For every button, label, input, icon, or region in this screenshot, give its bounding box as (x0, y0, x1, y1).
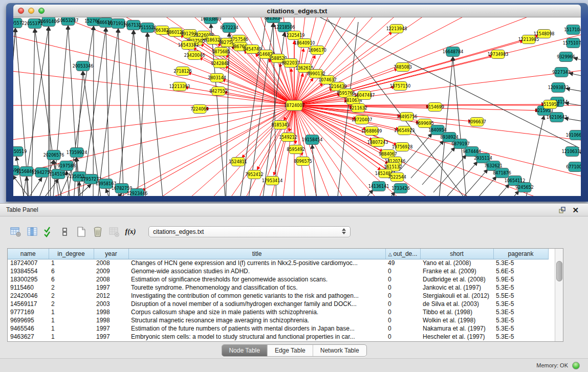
graph-node[interactable]: 18720407 (352, 116, 373, 124)
cell-in_degree[interactable]: 1 (49, 316, 94, 324)
cell-title[interactable]: Structural magnetic resonance image aver… (128, 316, 385, 324)
graph-node[interactable]: 9699695 (416, 119, 434, 128)
graph-node[interactable]: 12093832 (548, 83, 569, 93)
cell-year[interactable]: 2008 (94, 275, 128, 283)
graph-node[interactable]: 14136141 (368, 182, 389, 191)
graph-node[interactable]: 15751074 (563, 38, 581, 48)
cell-name[interactable]: 14569117 (8, 300, 49, 308)
table-row[interactable]: 1456911722003Disruption of a novel membe… (8, 300, 548, 308)
graph-node[interactable]: 7224069 (190, 105, 209, 114)
graph-node[interactable]: 1696170 (308, 46, 326, 55)
cell-pagerank[interactable]: 5.3E-5 (493, 333, 548, 341)
cell-in_degree[interactable]: 6 (49, 275, 94, 283)
cell-pagerank[interactable]: 5.3E-5 (493, 300, 548, 308)
cell-short[interactable]: Hescheler et al. (1997) (420, 333, 493, 341)
column-header-pagerank[interactable]: pagerank (493, 249, 548, 259)
graph-node[interactable]: 9185343 (271, 121, 290, 129)
row-height-icon[interactable] (58, 225, 72, 239)
graph-node[interactable]: 1517104 (564, 25, 581, 35)
graph-node[interactable]: 6771005 (566, 162, 581, 172)
cell-in_degree[interactable]: 6 (49, 267, 94, 275)
graph-node[interactable]: 19734983 (488, 50, 509, 59)
graph-node[interactable]: 1524811 (229, 158, 247, 166)
cell-title[interactable]: Genome-wide association studies in ADHD. (128, 267, 385, 275)
graph-node[interactable]: 20053346 (73, 61, 94, 71)
cell-out_degree[interactable]: 0 (385, 333, 420, 341)
cell-pagerank[interactable]: 5.3E-5 (493, 283, 548, 292)
cell-title[interactable]: Corpus callosum shape and size in male p… (128, 308, 385, 316)
graph-node[interactable]: 9154699 (426, 103, 444, 112)
cell-name[interactable]: 9465546 (8, 324, 49, 333)
cell-name[interactable]: 9463627 (8, 333, 49, 341)
graph-node[interactable]: 9197588 (57, 161, 76, 171)
cell-pagerank[interactable]: 5.5E-5 (493, 292, 548, 300)
table-selector-dropdown[interactable]: citations_edges.txt (148, 226, 351, 237)
cell-pagerank[interactable]: 5.6E-5 (493, 267, 548, 275)
cell-title[interactable]: Estimation of significance thresholds fo… (128, 275, 385, 283)
cell-pagerank[interactable]: 5.3E-5 (493, 259, 548, 267)
cell-title[interactable]: Changes of HCN gene expression and I(f) … (128, 259, 385, 267)
cell-year[interactable]: 1997 (94, 283, 128, 292)
cell-short[interactable]: Wolkin et al. (1998) (420, 316, 493, 324)
table-row[interactable]: 2242004622012Investigating the contribut… (8, 292, 548, 300)
network-graph[interactable]: 2405572205537182069140610653287152760284… (13, 17, 581, 196)
graph-node[interactable]: 1733426 (391, 184, 410, 193)
cell-year[interactable]: 2003 (94, 300, 128, 308)
function-builder-icon[interactable]: f(x) (124, 225, 137, 239)
cell-short[interactable]: Dudbridge et al. (2008) (420, 275, 493, 283)
graph-node[interactable]: 10653287 (58, 17, 79, 26)
cell-name[interactable]: 22420046 (8, 292, 49, 300)
graph-node[interactable]: 1515958 (541, 100, 559, 109)
column-visibility-icon[interactable] (26, 225, 39, 239)
cell-in_degree[interactable]: 1 (49, 308, 94, 316)
graph-node[interactable]: 18757150 (390, 82, 411, 91)
cell-pagerank[interactable]: 5.3E-5 (493, 316, 548, 324)
graph-node[interactable]: 8813054 (264, 17, 282, 23)
column-header-year[interactable]: year (94, 249, 128, 259)
graph-node[interactable]: 8595492 (287, 145, 305, 154)
cell-out_degree[interactable]: 0 (385, 300, 420, 308)
cell-year[interactable]: 2009 (94, 267, 128, 275)
table-row[interactable]: 1938455462009Genome-wide association stu… (8, 267, 548, 275)
graph-node[interactable]: 17359924 (67, 148, 88, 158)
column-header-out_degree[interactable]: △out_de... (385, 249, 420, 259)
cell-in_degree[interactable]: 1 (49, 324, 94, 333)
graph-node[interactable]: 1211632 (349, 104, 367, 113)
graph-node[interactable]: 20206576 (43, 150, 64, 160)
delete-table-icon[interactable] (91, 225, 104, 239)
cell-out_degree[interactable]: 0 (385, 267, 420, 275)
cell-title[interactable]: Investigating the contribution of common… (128, 292, 385, 300)
cell-out_degree[interactable]: 0 (385, 324, 420, 333)
cell-short[interactable]: Tibbo et al. (1998) (420, 308, 493, 316)
graph-node[interactable]: 7522544 (388, 173, 406, 182)
cell-year[interactable]: 1998 (94, 308, 128, 316)
cell-name[interactable]: 19384554 (8, 267, 49, 275)
cell-out_degree[interactable]: 49 (385, 259, 420, 267)
column-header-title[interactable]: title (128, 249, 385, 259)
minimize-window-button[interactable] (28, 8, 34, 14)
cell-in_degree[interactable]: 2 (49, 292, 94, 300)
select-rows-icon[interactable] (42, 225, 55, 239)
float-panel-button[interactable] (555, 206, 569, 214)
cell-pagerank[interactable]: 5.3E-5 (493, 308, 548, 316)
graph-node[interactable]: 9329966 (557, 52, 575, 62)
graph-node[interactable]: 2803144 (208, 74, 226, 82)
cell-pagerank[interactable]: 5.9E-5 (493, 275, 548, 283)
cell-year[interactable]: 2008 (94, 259, 128, 267)
network-window-titlebar[interactable]: citations_edges.txt (13, 5, 581, 17)
graph-node[interactable]: 19654923 (394, 126, 415, 135)
tab-node-table[interactable]: Node Table (222, 345, 268, 356)
cell-short[interactable]: Nakamura et al. (1997) (420, 324, 493, 333)
graph-node[interactable]: 12213948 (386, 25, 407, 33)
graph-node[interactable]: 19158454 (302, 135, 323, 145)
table-row[interactable]: 1872400712008Changes of HCN gene express… (8, 259, 548, 267)
graph-node[interactable]: 5875685 (212, 48, 230, 56)
scrollbar-thumb[interactable] (556, 261, 562, 281)
graph-node[interactable]: 12325419 (284, 31, 305, 40)
zoom-window-button[interactable] (38, 8, 45, 14)
cell-name[interactable]: 9115460 (8, 283, 49, 292)
tab-edge-table[interactable]: Edge Table (268, 345, 313, 356)
cell-in_degree[interactable]: 1 (49, 259, 94, 267)
table-row[interactable]: 969969511998Structural magnetic resonanc… (8, 316, 548, 324)
cell-title[interactable]: Embryonic stem cells: a model to study s… (128, 333, 385, 341)
